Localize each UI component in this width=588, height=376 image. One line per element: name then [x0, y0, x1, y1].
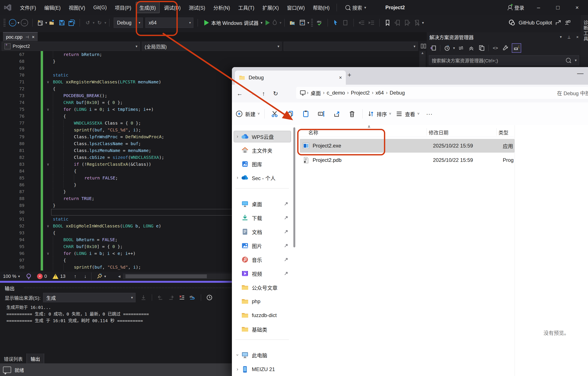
sidebar-scrollbar[interactable]	[293, 127, 295, 247]
sidebar-item-视频[interactable]: 视频	[234, 268, 291, 279]
explorer-search-box[interactable]: 在 Debug 中搜索	[554, 87, 588, 99]
breakpoint-margin[interactable]	[0, 126, 9, 133]
bottom-tab-output[interactable]: 输出	[27, 354, 44, 364]
github-copilot-button[interactable]: GitHub Copilot	[508, 19, 588, 26]
decrease-indent-icon[interactable]	[357, 18, 366, 27]
breakpoint-margin[interactable]	[0, 85, 9, 92]
sidebar-item-桌面[interactable]: 桌面	[234, 198, 291, 210]
breadcrumb-item[interactable]: c_demo	[325, 90, 347, 96]
sidebar-item-文档[interactable]: 文档	[234, 226, 291, 238]
column-header-2[interactable]: 类型	[498, 129, 508, 136]
breadcrumb-item[interactable]: Debug	[388, 90, 407, 96]
maximize-button[interactable]: □	[553, 4, 563, 11]
switch-views-icon[interactable]	[429, 44, 438, 52]
error-count[interactable]: 0	[44, 274, 47, 279]
sort-button[interactable]: 排序˅	[367, 110, 391, 118]
expander-chevron-icon[interactable]: ›	[235, 351, 240, 359]
breadcrumb-item[interactable]: x64	[373, 90, 386, 96]
column-header-1[interactable]: 修改日期	[429, 129, 448, 136]
explorer-minimize-button[interactable]: —	[577, 70, 584, 77]
share-icon[interactable]	[331, 108, 342, 119]
view-button[interactable]: 查看˅	[396, 110, 420, 118]
breakpoint-margin[interactable]	[0, 188, 9, 195]
breakpoint-margin[interactable]	[0, 133, 9, 140]
menu-item-h[interactable]: 帮助(H)	[309, 2, 333, 13]
zoom-dropdown[interactable]: ▾	[18, 274, 20, 279]
hscroll-left-icon[interactable]: ◂	[118, 274, 120, 279]
sync-icon[interactable]	[457, 44, 465, 52]
sidebar-item-图库[interactable]: 图库	[234, 158, 291, 170]
breakpoint-margin[interactable]	[0, 168, 9, 175]
tab-poc-cpp[interactable]: poc.cpp ⊣ ×	[3, 32, 38, 42]
save-icon[interactable]	[58, 18, 66, 27]
menu-item-gitg[interactable]: Git(G)	[90, 3, 110, 12]
fold-chevron-icon[interactable]: ∨	[43, 222, 53, 229]
breakpoint-margin[interactable]	[0, 264, 9, 271]
breakpoint-margin[interactable]	[0, 195, 9, 202]
goto-message-icon[interactable]	[139, 293, 148, 302]
breakpoint-margin[interactable]	[0, 236, 9, 243]
open-folder-icon[interactable]	[48, 18, 56, 27]
tab-close-icon[interactable]: ×	[32, 34, 35, 40]
output-log[interactable]: 生成开始于 16:01...========== 生成: 0 成功，0 失败，1…	[6, 304, 149, 324]
next-bookmark-icon[interactable]	[403, 18, 411, 27]
sidebar-item-MEIZU21[interactable]: ›MEIZU 21	[234, 364, 291, 375]
sidebar-item-音乐[interactable]: 音乐	[234, 254, 291, 265]
paste-special-icon[interactable]	[341, 18, 350, 27]
breadcrumb-item[interactable]: Project2	[349, 90, 372, 96]
fold-chevron-icon[interactable]: ∨	[43, 250, 53, 257]
output-title[interactable]: 输出	[5, 285, 15, 292]
spell-check-icon[interactable]: abc	[315, 18, 324, 27]
sidebar-item-fuzzdbdict[interactable]: fuzzdb-dict	[234, 310, 291, 321]
delete-icon[interactable]	[346, 108, 357, 119]
select-tool-icon[interactable]	[331, 18, 340, 27]
breakpoint-margin[interactable]	[0, 250, 9, 257]
toggle-bookmark-icon[interactable]	[383, 18, 392, 27]
panel-close-icon[interactable]: ×	[576, 35, 578, 39]
breakpoint-margin[interactable]	[0, 147, 9, 154]
view-code-icon[interactable]: <>	[491, 44, 500, 52]
breakpoint-margin[interactable]	[0, 175, 9, 181]
collapse-all-icon[interactable]	[467, 44, 476, 52]
preview-pane-divider[interactable]	[514, 125, 515, 376]
back-dropdown[interactable]: ▾	[18, 21, 20, 25]
feedback-icon[interactable]	[565, 20, 571, 26]
breakpoint-margin[interactable]	[0, 243, 9, 250]
solution-explorer-search[interactable]: 搜索解决方案资源管理器(Ctrl+;) ▾	[429, 55, 579, 65]
navigate-forward-button[interactable]: →	[20, 18, 29, 27]
sync-with-active-document-icon[interactable]	[477, 44, 486, 52]
breakpoint-margin[interactable]	[0, 106, 9, 113]
breakpoint-margin[interactable]	[0, 257, 9, 264]
save-all-icon[interactable]	[67, 18, 76, 27]
breakpoint-margin[interactable]	[0, 99, 9, 106]
panel-menu-icon[interactable]: ▾	[560, 35, 562, 39]
menu-item-s[interactable]: 测试(S)	[185, 2, 209, 13]
new-tab-button[interactable]: +	[347, 71, 351, 79]
navigate-back-button[interactable]: ←	[8, 18, 17, 27]
breakpoint-margin[interactable]	[0, 202, 9, 209]
login-button[interactable]: + 登录	[507, 4, 524, 11]
sidebar-item-此电脑[interactable]: ›此电脑	[234, 349, 291, 361]
fold-chevron-icon[interactable]: ∨	[43, 106, 53, 113]
breakpoint-margin[interactable]	[0, 140, 9, 147]
breakpoint-margin[interactable]	[0, 181, 9, 188]
breakpoint-margin[interactable]	[0, 120, 9, 126]
menu-item-e[interactable]: 编辑(E)	[41, 2, 64, 13]
menu-item-x[interactable]: 扩展(X)	[259, 2, 283, 13]
new-dropdown[interactable]: ▾	[45, 21, 47, 25]
previous-bookmark-icon[interactable]	[393, 18, 402, 27]
fold-chevron-icon[interactable]: ∨	[43, 78, 53, 85]
expander-chevron-icon[interactable]: ›	[234, 175, 241, 180]
clear-all-icon[interactable]	[177, 293, 186, 302]
more-options-icon[interactable]: ···	[424, 108, 435, 119]
breakpoint-margin[interactable]	[0, 51, 9, 58]
toolbar-grip[interactable]	[3, 18, 6, 27]
sidebar-item-Sec个人[interactable]: ›Sec - 个人	[234, 172, 291, 184]
sidebar-item-主文件夹[interactable]: 主文件夹	[234, 144, 291, 156]
breakpoint-margin[interactable]	[0, 161, 9, 168]
search-box[interactable]: 搜索 ▾	[345, 4, 366, 11]
pin-icon[interactable]: ⊣	[567, 35, 571, 39]
properties-icon[interactable]	[502, 44, 510, 52]
warning-count[interactable]: 13	[60, 274, 65, 279]
expander-chevron-icon[interactable]: ›	[234, 134, 241, 139]
